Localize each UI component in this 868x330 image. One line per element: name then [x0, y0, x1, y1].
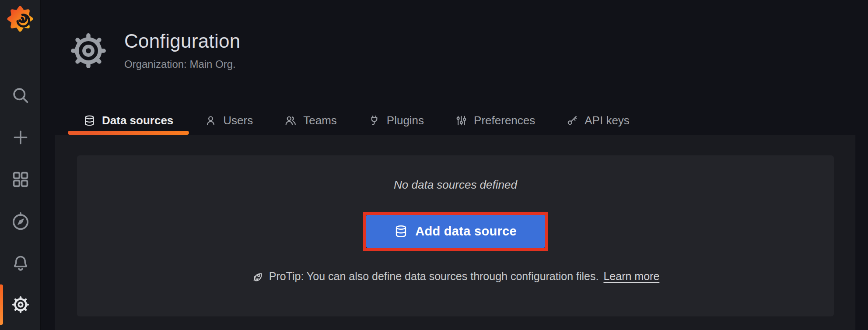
sidebar	[0, 0, 41, 330]
page-title: Configuration	[124, 30, 241, 53]
plug-icon	[368, 115, 380, 126]
sidebar-item-create[interactable]	[0, 116, 41, 158]
search-icon	[11, 86, 30, 105]
plus-icon	[11, 128, 30, 147]
database-icon	[394, 225, 408, 238]
sidebar-item-explore[interactable]	[0, 200, 41, 242]
learn-more-link[interactable]: Learn more	[603, 270, 659, 283]
annotation-highlight-box: Add data source	[363, 212, 548, 251]
add-data-source-button[interactable]: Add data source	[366, 215, 545, 248]
tab-label: Plugins	[387, 114, 424, 127]
sidebar-item-search[interactable]	[0, 74, 41, 116]
database-icon	[84, 115, 95, 126]
user-icon	[205, 115, 217, 126]
tab-content-container: No data sources defined Add data source …	[56, 135, 855, 330]
rocket-icon	[252, 270, 264, 283]
tab-teams[interactable]: Teams	[269, 108, 353, 133]
grafana-logo[interactable]	[6, 4, 35, 33]
sidebar-item-alerting[interactable]	[0, 242, 41, 284]
page-header: Configuration Organization: Main Org.	[69, 30, 241, 70]
tab-api-keys[interactable]: API keys	[551, 108, 645, 133]
active-tab-underline	[68, 131, 189, 135]
tab-label: API keys	[584, 114, 630, 127]
empty-state-message: No data sources defined	[394, 178, 517, 192]
tab-label: Data sources	[102, 114, 173, 127]
tab-label: Users	[223, 114, 253, 127]
tab-users[interactable]: Users	[189, 108, 269, 133]
active-section-indicator	[0, 284, 3, 325]
bell-alerting-icon	[11, 254, 30, 273]
sidebar-item-dashboards[interactable]	[0, 158, 41, 200]
users-icon	[284, 114, 297, 126]
tab-plugins[interactable]: Plugins	[353, 108, 440, 133]
sliders-icon	[455, 115, 467, 126]
dashboards-grid-icon	[11, 170, 30, 189]
tab-bar: Data sources Users Teams Plugins Prefere…	[68, 108, 645, 133]
empty-datasources-panel: No data sources defined Add data source …	[77, 155, 834, 316]
tab-label: Teams	[303, 114, 337, 127]
key-icon	[567, 115, 578, 126]
tab-label: Preferences	[474, 114, 535, 127]
tab-preferences[interactable]: Preferences	[440, 108, 551, 133]
page-subtitle: Organization: Main Org.	[124, 58, 241, 70]
protip-text: ProTip: You can also define data sources…	[269, 270, 599, 283]
add-data-source-label: Add data source	[415, 224, 517, 239]
gear-icon	[69, 32, 108, 70]
protip-row: ProTip: You can also define data sources…	[252, 270, 660, 283]
tab-data-sources[interactable]: Data sources	[68, 108, 189, 133]
sidebar-item-configuration[interactable]	[0, 284, 41, 326]
gear-configuration-icon	[11, 295, 30, 314]
compass-explore-icon	[10, 211, 31, 232]
